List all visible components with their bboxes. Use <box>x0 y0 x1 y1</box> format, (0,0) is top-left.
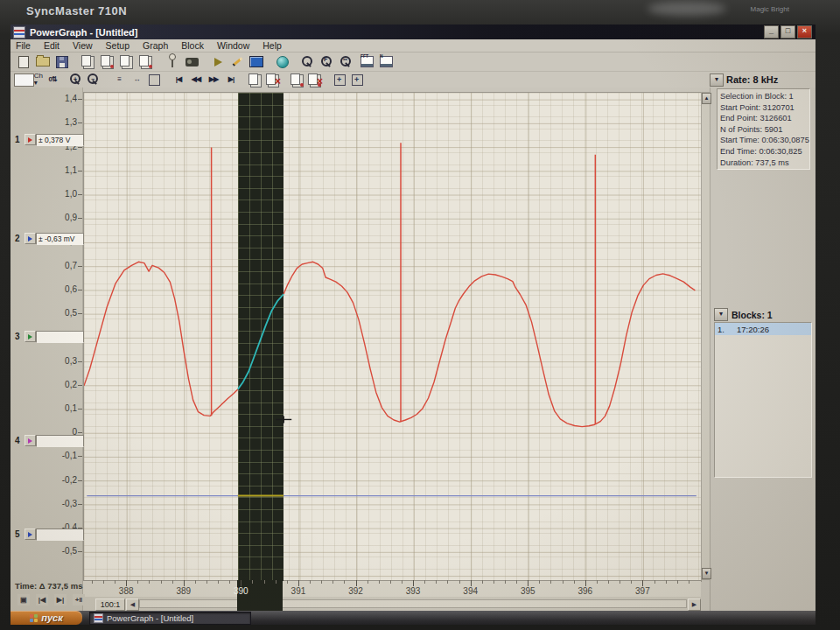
channel-value-field[interactable] <box>36 331 84 343</box>
expand-x-icon[interactable]: + <box>331 74 348 87</box>
y-axis-label: -0,2 <box>42 475 77 485</box>
copy-page-icon[interactable] <box>79 53 98 70</box>
mini-tool-icon[interactable]: +‖ <box>73 594 85 606</box>
mini-tool-icon[interactable]: ▶| <box>54 594 66 606</box>
zoom-in-icon[interactable]: + <box>68 74 86 87</box>
menu-view[interactable]: View <box>73 40 93 51</box>
time-scale-indicator[interactable]: 100:1 <box>95 598 125 611</box>
x-axis-minor-tick <box>631 580 632 584</box>
x-axis-minor-tick <box>368 580 368 584</box>
x-axis-minor-tick <box>424 580 425 584</box>
menu-bar: FileEditViewSetupGraphBlockWindowHelp <box>10 39 816 52</box>
horizontal-scroll-row: 100:1 ◀ ▶ <box>83 597 701 611</box>
delete-block-icon[interactable]: × <box>264 74 282 87</box>
start-acquisition-icon[interactable] <box>208 53 228 70</box>
selection-info-line: End Time: 0:06:30,825 <box>720 146 809 158</box>
network-globe-icon[interactable] <box>273 53 292 70</box>
channel-marker-button[interactable] <box>24 528 36 540</box>
split-view-icon[interactable]: ≡ <box>110 74 128 87</box>
channel-marker-button[interactable] <box>24 134 36 145</box>
x-axis-minor-tick <box>264 580 265 584</box>
taskbar-app-button[interactable]: PowerGraph - [Untitled] <box>89 612 251 625</box>
rate-dropdown-button[interactable]: ▾ <box>710 74 724 87</box>
go-next-icon[interactable]: ▶▶ <box>205 74 222 87</box>
save-icon[interactable] <box>52 53 72 70</box>
x-axis-tick <box>184 580 185 586</box>
mini-tool-icon[interactable]: ▣ <box>18 594 30 606</box>
y-axis-tick <box>78 218 82 219</box>
x-axis-label: 395 <box>514 586 541 596</box>
menu-setup[interactable]: Setup <box>106 40 130 51</box>
copy-block-icon[interactable] <box>117 53 136 70</box>
x-axis-minor-tick <box>137 580 138 584</box>
edit-pencil-icon[interactable] <box>228 53 247 70</box>
open-icon[interactable] <box>33 53 52 70</box>
channel-value-field[interactable]: ± 0,378 V <box>36 134 84 146</box>
app-icon <box>13 26 25 38</box>
scroll-left-icon[interactable]: ◀ <box>126 598 139 611</box>
spectrum-analysis-icon[interactable]: N <box>376 53 396 70</box>
waveform-plot[interactable] <box>83 92 702 582</box>
menu-window[interactable]: Window <box>217 40 249 51</box>
display-icon[interactable] <box>247 53 266 70</box>
select-block-icon[interactable] <box>247 74 264 87</box>
channel-value-field[interactable]: ± -0,63 mV <box>36 233 84 245</box>
merge-blocks-icon[interactable] <box>289 74 306 87</box>
zoom-range-icon[interactable]: ∞ <box>338 53 357 70</box>
minimize-button[interactable]: _ <box>764 25 779 38</box>
channel-marker-button[interactable] <box>24 331 36 342</box>
channel-select-icon[interactable]: Ch ▾ <box>14 74 44 87</box>
y-axis-tick <box>78 194 82 195</box>
autoscale-icon[interactable]: 0⇅ <box>44 74 61 87</box>
scroll-down-icon[interactable]: ▼ <box>702 568 711 579</box>
scroll-right-icon[interactable]: ▶ <box>688 598 701 611</box>
scroll-up-icon[interactable]: ▲ <box>702 93 711 104</box>
fit-frame-icon[interactable] <box>145 74 163 87</box>
x-axis-minor-tick <box>332 580 333 584</box>
zoom-out-icon[interactable]: − <box>86 74 103 87</box>
channel-color-arrow-icon <box>28 137 32 143</box>
y-axis-label: 1,4 <box>42 94 77 103</box>
block-row[interactable]: 1.17:20:26 <box>715 323 811 335</box>
go-last-icon[interactable]: ▶| <box>222 74 240 87</box>
record-icon[interactable] <box>182 53 201 70</box>
channel-color-arrow-icon <box>28 438 32 444</box>
mini-tool-icon[interactable]: |◀ <box>36 594 48 606</box>
trace-ch1-signal-pre <box>84 262 238 416</box>
zoom-search-icon[interactable] <box>299 53 318 70</box>
menu-file[interactable]: File <box>16 40 31 51</box>
save-page-icon[interactable] <box>98 53 117 70</box>
delete-selection-icon[interactable]: × <box>306 74 324 87</box>
fft-analysis-icon[interactable]: FFT <box>357 53 376 70</box>
close-button[interactable]: × <box>797 25 812 38</box>
x-axis-minor-tick <box>436 580 437 584</box>
x-axis-minor-tick <box>321 580 322 584</box>
channel-value-field[interactable] <box>36 435 84 447</box>
horizontal-scrollbar-track[interactable] <box>139 599 687 608</box>
blocks-list[interactable]: 1.17:20:26 <box>714 322 812 478</box>
vertical-scrollbar[interactable]: ▲ ▼ <box>701 92 710 580</box>
selection-info-line: Duration: 737,5 ms <box>720 158 809 169</box>
channel-marker-button[interactable] <box>24 233 36 244</box>
menu-graph[interactable]: Graph <box>143 40 168 51</box>
menu-block[interactable]: Block <box>181 40 204 51</box>
expand-y-icon[interactable]: + <box>348 74 366 87</box>
start-button[interactable]: пуск <box>10 611 82 625</box>
trace-ch1-signal-post <box>284 262 695 426</box>
go-prev-icon[interactable]: ◀◀ <box>187 74 205 87</box>
zoom-function-icon[interactable]: F <box>318 53 338 70</box>
blocks-dropdown-button[interactable]: ▾ <box>714 308 728 321</box>
probe-icon[interactable] <box>163 53 182 70</box>
restore-button[interactable]: □ <box>780 25 795 38</box>
go-first-icon[interactable]: |◀ <box>170 74 187 87</box>
y-axis-tick <box>78 361 82 362</box>
menu-edit[interactable]: Edit <box>44 40 60 51</box>
new-icon[interactable] <box>14 53 33 70</box>
shift-trace-icon[interactable]: ↔ <box>128 74 145 87</box>
x-axis-tick <box>585 580 586 586</box>
x-axis-minor-tick <box>620 580 620 584</box>
channel-value-field[interactable] <box>36 528 84 541</box>
channel-marker-button[interactable] <box>24 435 36 446</box>
menu-help[interactable]: Help <box>262 40 282 51</box>
save-block-icon[interactable] <box>136 53 156 70</box>
